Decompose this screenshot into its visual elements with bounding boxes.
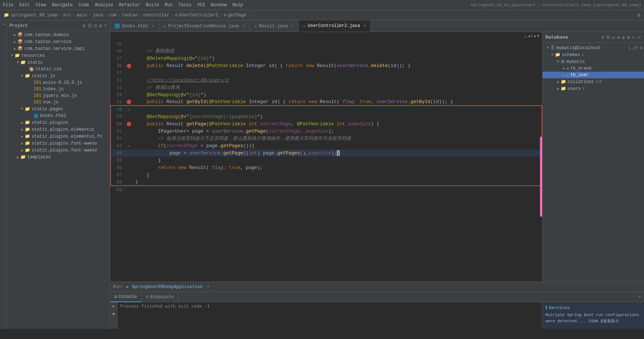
db-icon-copy[interactable]: ⧉ bbox=[607, 35, 610, 40]
structure-icon[interactable]: ≡ bbox=[1, 23, 5, 25]
line-code[interactable]: // 根据Id查询 bbox=[132, 84, 542, 91]
tree-item-service-impl[interactable]: ▶ 📦 com.taotao.service.impl bbox=[7, 45, 110, 52]
menu-analyze[interactable]: Analyze bbox=[95, 3, 113, 8]
line-code[interactable]: } bbox=[132, 157, 542, 164]
db-item-connection[interactable]: ▼ 🗄 mybatis@localhost 1 of 9 bbox=[543, 44, 644, 51]
db-item-mybatis[interactable]: ▼ 🏛 mybatis bbox=[543, 58, 644, 65]
line-code[interactable]: // 删除数据 bbox=[132, 47, 542, 55]
db-icon-refresh[interactable]: ↺ bbox=[612, 35, 615, 40]
db-item-tb-user[interactable]: ▶ ⊞ tb_user bbox=[543, 72, 644, 78]
menu-view[interactable]: View bbox=[36, 3, 46, 8]
tab-result[interactable]: ☕ Result.java × bbox=[250, 20, 299, 32]
line-code[interactable] bbox=[132, 40, 542, 47]
breadcrumb-controller[interactable]: controller bbox=[143, 13, 169, 18]
breadcrumb-java[interactable]: java bbox=[93, 13, 103, 18]
tree-item-elementui-fc[interactable]: ▶ 📁 static.plugins.elementui.fc bbox=[7, 133, 110, 140]
db-item-schemas[interactable]: ▼ 📁 schemas 1 bbox=[543, 51, 644, 58]
tree-item-jquery[interactable]: 101 jquery.min.js bbox=[7, 92, 110, 99]
line-code[interactable]: // 如果当前页码值大于总页码值，那么重新执行查询操作，使用最大页码值作为当前页… bbox=[132, 135, 542, 142]
db-item-tb-brand[interactable]: ▶ ⊞ tb_brand bbox=[543, 65, 644, 72]
tab-books-html[interactable]: 🌐 books.html × bbox=[110, 20, 159, 32]
tree-item-domain[interactable]: ▶ 📦 com.taotao.domain bbox=[7, 31, 110, 38]
tab-close-icon[interactable]: × bbox=[364, 24, 366, 28]
menu-tools[interactable]: Tools bbox=[179, 3, 192, 8]
line-code[interactable]: return new Result( flag: true, page); bbox=[132, 164, 542, 171]
line-code[interactable]: } bbox=[132, 178, 542, 186]
db-item-users[interactable]: ▶ 📁 users 1 bbox=[543, 85, 644, 92]
menu-refactor[interactable]: Refactor bbox=[119, 3, 140, 8]
collapse-warnings-icon[interactable]: ▼ bbox=[537, 34, 539, 38]
tree-item-static[interactable]: ▼ 📁 static bbox=[7, 59, 110, 66]
db-icon-stop[interactable]: ◼ bbox=[622, 35, 625, 40]
tree-item-axios[interactable]: 101 axios-0.18.0.js bbox=[7, 79, 110, 86]
tree-item-static-js[interactable]: ▼ 📁 static.js bbox=[7, 72, 110, 79]
menu-file[interactable]: File bbox=[3, 3, 13, 8]
tab-close-icon[interactable]: × bbox=[152, 24, 155, 28]
breadcrumb-taotao[interactable]: taotao bbox=[122, 13, 137, 18]
line-code[interactable]: //http://localhost:80/users/2 bbox=[132, 76, 542, 84]
breadcrumb-item[interactable]: 📁 bbox=[4, 12, 9, 18]
menu-navigate[interactable]: Navigate bbox=[52, 3, 73, 8]
line-code[interactable]: @GetMapping(@v"{currentPage}/{pageSize}"… bbox=[132, 113, 542, 120]
code-editor[interactable]: 45 46 // 删除数据 bbox=[110, 40, 542, 281]
breadcrumb-src[interactable]: src bbox=[63, 13, 71, 18]
sidebar-icon-add[interactable]: ⊕ bbox=[83, 23, 85, 29]
db-icon-settings[interactable]: ⚙ bbox=[617, 35, 620, 40]
tab-console[interactable]: ▤ Console bbox=[110, 292, 142, 302]
sidebar-icon-settings[interactable]: ⚙ bbox=[99, 23, 102, 29]
db-icon-add[interactable]: ⊕ bbox=[601, 35, 604, 40]
menu-run[interactable]: Run bbox=[165, 3, 173, 8]
line-code[interactable]: @DeleteMapping(@v"{id}") bbox=[132, 55, 542, 62]
line-code[interactable]: if(currentPage > page.getPages()){ bbox=[132, 142, 542, 149]
sidebar-icon-collapse[interactable]: ⊟ bbox=[94, 23, 97, 29]
sidebar-icon-close[interactable]: × bbox=[104, 23, 107, 29]
bottom-panel-close[interactable]: × bbox=[635, 294, 644, 300]
db-icon-table[interactable]: ⊞ bbox=[627, 35, 630, 40]
db-icon-expand[interactable]: ⤢ bbox=[637, 35, 641, 40]
menu-edit[interactable]: Edit bbox=[19, 3, 30, 8]
bottom-play-icon[interactable]: ▶ bbox=[112, 304, 115, 308]
sidebar-icon-list[interactable]: ☰ bbox=[88, 23, 92, 29]
tab-usercontroller2[interactable]: ☕ UserController2.java × bbox=[299, 20, 371, 32]
tree-item-static-plugins[interactable]: ▶ 📁 static.plugins bbox=[7, 119, 110, 126]
run-app-name[interactable]: Springboot08SsmpApplication bbox=[132, 284, 202, 289]
tree-item-static-pages[interactable]: ▼ 📁 static.pages bbox=[7, 106, 110, 113]
db-item-collations[interactable]: ▶ 📁 collations 219 bbox=[543, 78, 644, 85]
breadcrumb-getpage[interactable]: getPage bbox=[228, 13, 246, 18]
menu-help[interactable]: Help bbox=[232, 3, 243, 8]
tab-close-icon[interactable]: × bbox=[291, 24, 294, 28]
expand-warnings-icon[interactable]: ▲ bbox=[534, 34, 536, 38]
tree-item-font-awesome1[interactable]: ▶ 📁 static.plugins.font-aweso bbox=[7, 140, 110, 147]
tree-item-resources[interactable]: ▼ 📁 resources bbox=[7, 52, 110, 59]
tree-item-static-css[interactable]: 🎨 static.css bbox=[7, 66, 110, 72]
tab-close-icon[interactable]: × bbox=[243, 24, 245, 28]
line-code[interactable]: public Result delete(@PathVariable Integ… bbox=[132, 62, 542, 69]
menu-code[interactable]: Code bbox=[79, 3, 89, 8]
line-code[interactable]: public Result getById(@PathVariable Inte… bbox=[132, 98, 542, 106]
breadcrumb-project[interactable]: springboot_08_ssmp bbox=[11, 13, 58, 18]
line-code[interactable] bbox=[132, 186, 542, 193]
nav-settings-icon[interactable]: ⚙ bbox=[637, 12, 640, 18]
breadcrumb-main[interactable]: main bbox=[77, 13, 87, 18]
tree-item-font-awesome2[interactable]: ▶ 📁 static.plugins.font-aweso bbox=[7, 147, 110, 154]
tree-item-books-html[interactable]: 🌐 books.html bbox=[7, 113, 110, 119]
breadcrumb-com[interactable]: com bbox=[109, 13, 117, 18]
db-icon-edit[interactable]: ✎ bbox=[632, 35, 635, 40]
line-code[interactable] bbox=[132, 69, 542, 76]
menu-build[interactable]: Build bbox=[146, 3, 159, 8]
menu-vcs[interactable]: VCS bbox=[197, 3, 205, 8]
tab-endpoints[interactable]: ⊕ Endpoints bbox=[142, 292, 179, 302]
run-close-icon[interactable]: × bbox=[207, 284, 209, 289]
tree-item-index-js[interactable]: 101 index.js bbox=[7, 86, 110, 92]
line-code[interactable] bbox=[132, 106, 542, 113]
bottom-arrow-icon[interactable]: ↑ bbox=[112, 319, 115, 323]
line-code[interactable]: page = userService.getPage((int) page.ge… bbox=[132, 149, 542, 157]
line-code[interactable]: } bbox=[132, 171, 542, 178]
line-code[interactable]: IPage<User> page = userService.getPage(c… bbox=[132, 127, 542, 135]
breadcrumb-usercontroller[interactable]: UserController2 bbox=[179, 13, 218, 18]
tree-item-templates[interactable]: ▶ 📁 templates bbox=[7, 154, 110, 161]
tab-projectexception[interactable]: ☕ ProjectExceptionAdvice.java × bbox=[159, 20, 250, 32]
tree-item-service[interactable]: ▶ 📦 com.taotao.service bbox=[7, 38, 110, 45]
bottom-stop-icon[interactable]: ◼ bbox=[112, 311, 115, 316]
line-code[interactable]: public Result getPage(@PathVariable int … bbox=[132, 120, 542, 127]
